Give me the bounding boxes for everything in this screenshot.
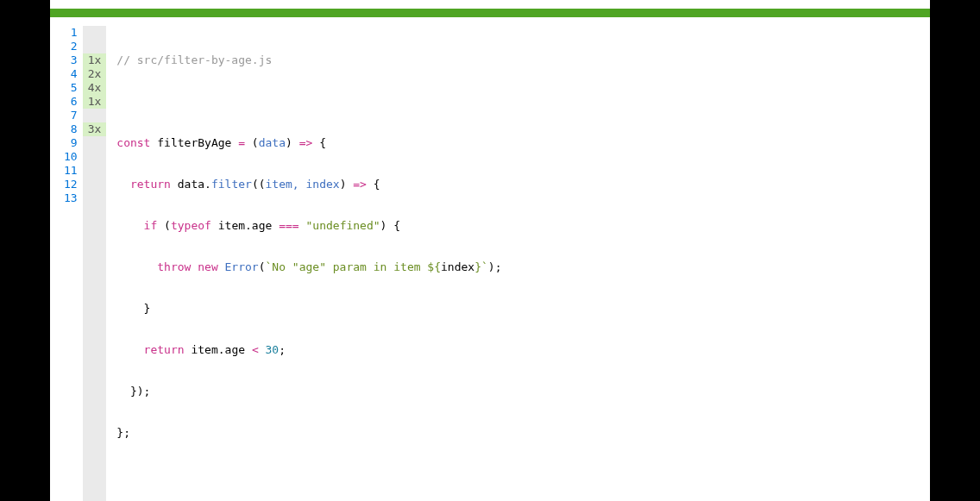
line-number[interactable]: 2 xyxy=(64,40,78,53)
hit-count: 3x xyxy=(83,122,107,136)
hit-count xyxy=(88,26,102,40)
hit-count: 1x xyxy=(83,53,107,67)
hit-count xyxy=(88,109,102,122)
line-number[interactable]: 12 xyxy=(64,178,78,191)
code-line: return item.age < 30; xyxy=(116,343,501,357)
page-content: All files filter-by-age.js 100% Statemen… xyxy=(50,0,930,501)
code-line: }); xyxy=(116,385,501,398)
hit-count xyxy=(88,178,102,191)
code-line: if (typeof item.age === "undefined") { xyxy=(116,219,501,233)
hit-count: 4x xyxy=(83,81,107,95)
code-line xyxy=(116,467,501,481)
code-line: throw new Error(`No "age" param in item … xyxy=(116,260,501,274)
hit-count xyxy=(88,191,102,205)
line-number[interactable]: 10 xyxy=(64,150,78,164)
code-line: }; xyxy=(116,426,501,440)
code-line: } xyxy=(116,302,501,316)
line-number[interactable]: 6 xyxy=(64,95,78,109)
hit-count: 1x xyxy=(83,95,107,109)
line-number[interactable]: 9 xyxy=(64,136,78,150)
line-number[interactable]: 3 xyxy=(64,53,78,67)
line-number[interactable]: 7 xyxy=(64,109,78,122)
hit-count-gutter: 1x 2x 4x 1x 3x xyxy=(83,26,107,501)
hit-count xyxy=(88,40,102,53)
source-code: // src/filter-by-age.js const filterByAg… xyxy=(106,26,501,501)
coverage-bar xyxy=(50,9,930,17)
code-line: return data.filter((item, index) => { xyxy=(116,178,501,191)
code-area: 1 2 3 4 5 6 7 8 9 10 11 12 13 1x 2x 4x 1 xyxy=(50,17,930,501)
line-number[interactable]: 1 xyxy=(64,26,78,40)
line-number[interactable]: 5 xyxy=(64,81,78,95)
line-number[interactable]: 11 xyxy=(64,164,78,178)
line-number-gutter: 1 2 3 4 5 6 7 8 9 10 11 12 13 xyxy=(50,26,83,501)
hit-count xyxy=(88,164,102,178)
hit-count xyxy=(88,150,102,164)
code-line: const filterByAge = (data) => { xyxy=(116,136,501,150)
browser-window: Code coverage report for filter-b ✕ ＋ Ar… xyxy=(50,0,930,501)
line-number[interactable]: 8 xyxy=(64,122,78,136)
line-number[interactable]: 4 xyxy=(64,67,78,81)
line-number[interactable]: 13 xyxy=(64,191,78,205)
code-line xyxy=(116,95,501,109)
hit-count: 2x xyxy=(83,67,107,81)
hit-count xyxy=(88,136,102,150)
code-line: // src/filter-by-age.js xyxy=(116,53,501,67)
